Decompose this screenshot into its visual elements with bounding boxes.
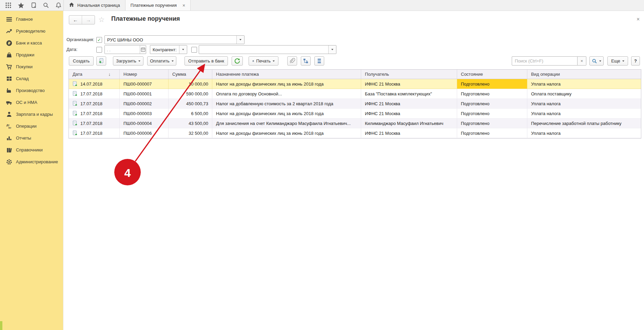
cell-recipient[interactable]: Килиманджаро Масуфаил Игнатьевич bbox=[361, 118, 457, 128]
calendar-icon[interactable] bbox=[140, 45, 146, 54]
cell-recipient[interactable]: ИФНС 21 Москва bbox=[361, 128, 457, 138]
cell-operation[interactable]: Перечисление заработной платы работнику bbox=[527, 118, 641, 128]
sidebar-item-cart[interactable]: Покупки bbox=[0, 61, 63, 73]
favorite-star-icon[interactable]: ☆ bbox=[98, 16, 105, 24]
sidebar-item-trend[interactable]: Руководителю bbox=[0, 25, 63, 37]
refresh-button[interactable] bbox=[232, 56, 243, 66]
create-by-copy-button[interactable] bbox=[96, 56, 106, 66]
sidebar-item-gear[interactable]: Администрирование bbox=[0, 156, 63, 168]
column-header-state[interactable]: Состояние bbox=[457, 70, 527, 79]
table-row[interactable]: 14.07.2018ПШ00-00000710 000,00Налог на д… bbox=[69, 79, 641, 89]
counterparty-dropdown-button[interactable] bbox=[328, 45, 336, 54]
cell-date[interactable]: 17.07.2018 bbox=[69, 99, 120, 108]
forward-button[interactable]: → bbox=[82, 16, 95, 24]
cell-operation[interactable]: Оплата поставщику bbox=[527, 89, 641, 98]
date-input[interactable] bbox=[105, 45, 140, 54]
cell-purpose[interactable]: Налог на добавленную стоимость за 2 квар… bbox=[212, 99, 361, 108]
cell-recipient[interactable]: База "Поставка комплектующих" bbox=[361, 89, 457, 98]
sidebar-item-factory[interactable]: Производство bbox=[0, 85, 63, 96]
tab-close-icon[interactable]: × bbox=[182, 3, 185, 8]
sidebar-item-reports[interactable]: Отчеты bbox=[0, 132, 63, 144]
cell-sum[interactable]: 10 000,00 bbox=[169, 79, 212, 89]
cell-sum[interactable]: 590 000,00 bbox=[169, 89, 212, 98]
related-documents-button[interactable] bbox=[301, 56, 311, 66]
cell-number[interactable]: ПШ00-000003 bbox=[120, 109, 169, 118]
date-field[interactable] bbox=[104, 45, 146, 54]
cell-number[interactable]: ПШ00-000004 bbox=[120, 118, 169, 128]
sidebar-item-truck[interactable]: ОС и НМА bbox=[0, 96, 63, 108]
cell-date[interactable]: 17.07.2018 bbox=[69, 118, 120, 128]
column-header-recipient[interactable]: Получатель bbox=[361, 70, 457, 79]
cell-state[interactable]: Подготовлено bbox=[457, 109, 527, 118]
cell-sum[interactable]: 6 500,00 bbox=[169, 109, 212, 118]
cell-state[interactable]: Подготовлено bbox=[457, 99, 527, 108]
cell-purpose[interactable]: Налог на доходы физических лиц за июнь 2… bbox=[212, 128, 361, 138]
sidebar-item-ruble[interactable]: ₽Банк и касса bbox=[0, 37, 63, 49]
table-row[interactable]: 17.07.2018ПШ00-00000443 500,00Для зачисл… bbox=[69, 118, 641, 128]
cell-purpose[interactable]: Налог на доходы физических лиц за июль 2… bbox=[212, 109, 361, 118]
sidebar-item-menu[interactable]: Главное bbox=[0, 13, 63, 25]
column-header-operation[interactable]: Вид операции bbox=[527, 70, 641, 79]
pay-button[interactable]: Оплатить bbox=[147, 56, 176, 66]
apps-grid-icon[interactable] bbox=[2, 0, 15, 11]
favorites-star-icon[interactable] bbox=[15, 0, 27, 11]
create-button[interactable]: Создать bbox=[69, 56, 94, 66]
search-clear-button[interactable]: × bbox=[578, 56, 586, 66]
table-row[interactable]: 17.07.2018ПШ00-000002450 000,73Налог на … bbox=[69, 99, 641, 109]
counterparty-field-selector[interactable]: Контрагент: bbox=[150, 45, 187, 54]
column-header-purpose[interactable]: Назначение платежа bbox=[212, 70, 361, 79]
cell-state[interactable]: Подготовлено bbox=[457, 89, 527, 98]
cell-operation[interactable]: Уплата налога bbox=[527, 99, 641, 108]
attachments-button[interactable] bbox=[287, 56, 297, 66]
organization-dropdown-button[interactable] bbox=[236, 36, 244, 44]
cell-operation[interactable]: Уплата налога bbox=[527, 79, 641, 89]
more-button[interactable]: Еще bbox=[607, 56, 628, 66]
sidebar-item-warehouse[interactable]: Склад bbox=[0, 73, 63, 85]
history-icon[interactable] bbox=[27, 0, 40, 11]
sidebar-item-catalogs[interactable]: Справочники bbox=[0, 144, 63, 156]
table-row[interactable]: 17.07.2018ПШ00-00000632 500,00Налог на д… bbox=[69, 128, 641, 138]
column-header-date[interactable]: Дата↓ bbox=[69, 70, 120, 79]
date-checkbox[interactable] bbox=[96, 47, 102, 53]
cell-state[interactable]: Подготовлено bbox=[457, 128, 527, 138]
cell-number[interactable]: ПШ00-000006 bbox=[120, 128, 169, 138]
cell-purpose[interactable]: Оплата по договору Основной... bbox=[212, 89, 361, 98]
form-close-button[interactable]: × bbox=[637, 16, 640, 22]
organization-checkbox[interactable] bbox=[96, 37, 102, 43]
search-input[interactable] bbox=[512, 56, 578, 66]
send-to-bank-button[interactable]: Отправить в банк bbox=[184, 56, 228, 66]
counterparty-checkbox[interactable] bbox=[191, 47, 197, 53]
tab-home[interactable]: Начальная страница bbox=[63, 0, 125, 11]
cell-number[interactable]: ПШ00-000007 bbox=[120, 79, 169, 89]
counterparty-combobox[interactable] bbox=[199, 45, 336, 54]
global-search-icon[interactable] bbox=[40, 0, 52, 11]
cell-state[interactable]: Подготовлено bbox=[457, 118, 527, 128]
cell-recipient[interactable]: ИФНС 21 Москва bbox=[361, 79, 457, 89]
cell-state[interactable]: Подготовлено bbox=[457, 79, 527, 89]
column-header-sum[interactable]: Сумма bbox=[169, 70, 212, 79]
cell-recipient[interactable]: ИФНС 21 Москва bbox=[361, 109, 457, 118]
organization-combobox[interactable]: РУС ШИНЫ ООО bbox=[104, 35, 245, 44]
search-options-button[interactable] bbox=[589, 56, 604, 66]
column-header-number[interactable]: Номер bbox=[120, 70, 169, 79]
cell-recipient[interactable]: ИФНС 21 Москва bbox=[361, 99, 457, 108]
cell-sum[interactable]: 32 500,00 bbox=[169, 128, 212, 138]
load-button[interactable]: Загрузить bbox=[113, 56, 143, 66]
sidebar-item-bag[interactable]: Продажи bbox=[0, 49, 63, 61]
cell-operation[interactable]: Уплата налога bbox=[527, 128, 641, 138]
cell-date[interactable]: 14.07.2018 bbox=[69, 79, 120, 89]
help-button[interactable]: ? bbox=[631, 56, 640, 66]
cell-number[interactable]: ПШ00-000001 bbox=[120, 89, 169, 98]
table-row[interactable]: 17.07.2018ПШ00-000001590 000,00Оплата по… bbox=[69, 89, 641, 99]
tab-payment-orders[interactable]: Платежные поручения × bbox=[125, 0, 191, 11]
print-button[interactable]: Печать bbox=[249, 56, 278, 66]
sidebar-item-dtkt[interactable]: ДтКтОперации bbox=[0, 120, 63, 132]
cell-purpose[interactable]: Для зачисления на счет Килиманджаро Масу… bbox=[212, 118, 361, 128]
counterparty-selector-dropdown[interactable] bbox=[179, 45, 187, 54]
cell-date[interactable]: 17.07.2018 bbox=[69, 89, 120, 98]
register-records-button[interactable] bbox=[314, 56, 324, 66]
back-button[interactable]: ← bbox=[69, 16, 82, 24]
cell-purpose[interactable]: Налог на доходы физических лиц за июнь 2… bbox=[212, 79, 361, 89]
cell-sum[interactable]: 43 500,00 bbox=[169, 118, 212, 128]
cell-number[interactable]: ПШ00-000002 bbox=[120, 99, 169, 108]
